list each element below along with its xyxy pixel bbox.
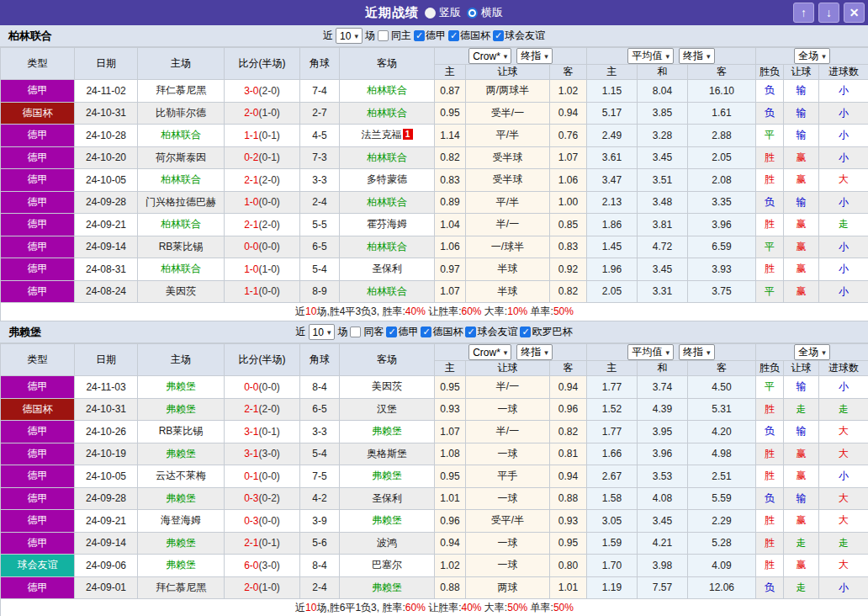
home-team-link[interactable]: 弗赖堡 — [166, 492, 196, 504]
radio-vertical-icon[interactable] — [425, 8, 436, 19]
type-cell: 德甲 — [1, 146, 75, 169]
away-team-link[interactable]: 柏林联合 — [367, 84, 407, 96]
away-team-link[interactable]: 波鸿 — [377, 537, 397, 549]
away-team-link[interactable]: 圣保利 — [372, 263, 402, 274]
crow-home-odds-cell: 1.04 — [435, 214, 466, 236]
away-team-link[interactable]: 柏林联合 — [367, 285, 407, 297]
home-team-link[interactable]: 比勒菲尔德 — [156, 107, 206, 119]
avg-select[interactable]: 平均值▾ — [627, 48, 674, 64]
league-checkbox-0[interactable] — [386, 327, 397, 337]
avg-select[interactable]: 平均值▾ — [627, 344, 674, 360]
odds-source-select[interactable]: Crow*▾ — [468, 48, 511, 64]
away-team-link[interactable]: 弗赖堡 — [372, 425, 402, 437]
date-cell: 24-10-28 — [75, 125, 138, 147]
away-team-link[interactable]: 弗赖堡 — [372, 581, 402, 593]
away-team-link[interactable]: 柏林联合 — [367, 107, 407, 119]
away-team-link[interactable]: 美因茨 — [372, 380, 402, 392]
league-filter-0[interactable]: 德甲 — [386, 325, 418, 339]
away-team-link[interactable]: 圣保利 — [372, 492, 402, 504]
away-team-link[interactable]: 巴塞尔 — [372, 559, 402, 571]
away-team-link[interactable]: 柏林联合 — [367, 151, 407, 163]
away-team-link[interactable]: 多特蒙德 — [367, 173, 407, 185]
match-count-select-value: 10 — [340, 30, 351, 42]
league-filter-1[interactable]: 德国杯 — [448, 29, 490, 43]
league-checkbox-2[interactable] — [465, 327, 476, 337]
crow-home-odds-cell: 0.88 — [435, 576, 466, 599]
home-team-link[interactable]: 弗赖堡 — [166, 380, 196, 392]
scope-select[interactable]: 全场▾ — [794, 48, 830, 64]
away-team-cell: 柏林联合 — [340, 146, 435, 169]
odds-final-select[interactable]: 终指▾ — [516, 344, 553, 360]
home-team-link[interactable]: RB莱比锡 — [159, 241, 204, 252]
summary-segment: 10 — [305, 602, 316, 613]
away-team-link[interactable]: 奥格斯堡 — [367, 448, 407, 459]
odds-source-select[interactable]: Crow*▾ — [468, 344, 511, 360]
league-checkbox-3[interactable] — [520, 327, 531, 337]
same-venue-checkbox[interactable] — [378, 30, 389, 41]
home-team-link[interactable]: 荷尔斯泰因 — [156, 151, 206, 163]
home-team-link[interactable]: 弗赖堡 — [166, 448, 196, 459]
avg-final-select[interactable]: 终指▾ — [679, 48, 715, 64]
same-venue-checkbox[interactable] — [350, 327, 361, 337]
close-button[interactable]: ✕ — [844, 3, 865, 23]
league-checkbox-2[interactable] — [493, 30, 504, 41]
league-filter-2[interactable]: 球会友谊 — [465, 325, 517, 339]
match-count-select[interactable]: 10▾ — [309, 324, 336, 340]
crow-away-odds-cell: 0.93 — [550, 510, 587, 533]
full-time-score: 0-1 — [244, 470, 258, 482]
league-filter-3[interactable]: 欧罗巴杯 — [520, 325, 572, 339]
radio-vertical[interactable]: 竖版 — [425, 5, 461, 20]
crow-home-odds-cell: 0.82 — [435, 146, 466, 169]
match-count-select[interactable]: 10▾ — [336, 28, 363, 44]
avg-final-select[interactable]: 终指▾ — [679, 344, 715, 360]
scope-select[interactable]: 全场▾ — [794, 344, 830, 360]
away-team-link[interactable]: 弗赖堡 — [372, 514, 402, 526]
league-filter-2[interactable]: 球会友谊 — [493, 29, 545, 43]
half-time-score: (0-0) — [259, 196, 280, 208]
away-team-link[interactable]: 柏林联合 — [367, 196, 407, 208]
home-team-link[interactable]: 门兴格拉德巴赫 — [146, 196, 216, 208]
result-outcome-cell: 胜 — [756, 465, 784, 488]
league-filter-1[interactable]: 德国杯 — [421, 325, 463, 339]
result-goals-cell: 大 — [819, 169, 868, 192]
home-team-link[interactable]: 弗赖堡 — [166, 537, 196, 549]
league-checkbox-1[interactable] — [448, 30, 459, 41]
radio-horizontal[interactable]: 横版 — [467, 5, 503, 20]
league-checkbox-1[interactable] — [421, 327, 431, 337]
corner-cell: 7-5 — [300, 465, 340, 488]
result-handicap-cell: 输 — [784, 80, 819, 103]
home-team-link[interactable]: 柏林联合 — [161, 263, 201, 274]
league-filter-0[interactable]: 德甲 — [414, 29, 446, 43]
away-team-link[interactable]: 汉堡 — [377, 403, 397, 415]
league-checkbox-0[interactable] — [414, 30, 425, 41]
move-up-button[interactable]: ↑ — [793, 3, 814, 23]
move-down-button[interactable]: ↓ — [818, 3, 839, 23]
home-team-link[interactable]: 柏林联合 — [161, 173, 201, 185]
result-goals-cell: 小 — [819, 102, 868, 125]
scope-select-value: 全场 — [798, 49, 818, 63]
home-team-link[interactable]: 弗赖堡 — [166, 403, 196, 415]
home-team-link[interactable]: 拜仁慕尼黑 — [156, 581, 206, 593]
radio-horizontal-icon[interactable] — [467, 8, 478, 19]
home-team-cell: 弗赖堡 — [138, 398, 225, 421]
home-team-link[interactable]: 云达不莱梅 — [156, 470, 206, 481]
home-team-link[interactable]: 柏林联合 — [161, 129, 201, 141]
date-cell: 24-10-31 — [75, 102, 138, 125]
away-team-link[interactable]: 霍芬海姆 — [367, 218, 407, 230]
home-team-link[interactable]: 海登海姆 — [161, 514, 201, 526]
away-team-link[interactable]: 弗赖堡 — [372, 470, 402, 481]
summary-segment: 60% — [462, 305, 482, 317]
away-team-link[interactable]: 柏林联合 — [367, 241, 407, 252]
home-team-link[interactable]: 弗赖堡 — [166, 559, 196, 571]
odds-final-select[interactable]: 终指▾ — [516, 48, 553, 64]
score-cell: 2-1(2-0) — [225, 169, 300, 192]
home-team-link[interactable]: 柏林联合 — [161, 218, 201, 230]
crow-handicap-cell: 两/两球半 — [466, 80, 550, 103]
away-team-cell: 弗赖堡 — [340, 421, 435, 443]
home-team-link[interactable]: RB莱比锡 — [159, 425, 204, 437]
away-team-link[interactable]: 法兰克福 — [362, 129, 402, 141]
col-header-2: 主场 — [138, 48, 225, 80]
score-cell: 0-2(0-1) — [225, 146, 300, 169]
home-team-link[interactable]: 美因茨 — [166, 285, 196, 297]
home-team-link[interactable]: 拜仁慕尼黑 — [156, 84, 206, 96]
